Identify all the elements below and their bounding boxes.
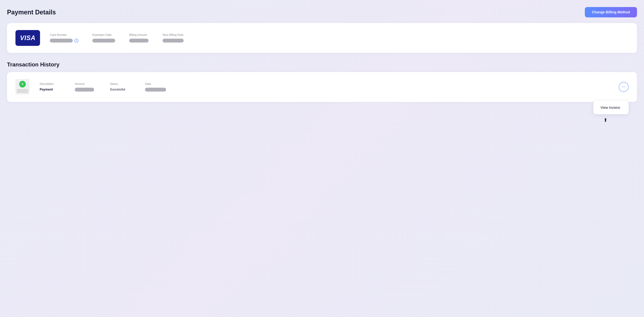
date-label: Date (145, 82, 166, 86)
transaction-fields: Description Payment Amount Status Succes… (40, 82, 610, 92)
receipt-line-1 (17, 89, 28, 90)
status-value: Successful (110, 88, 131, 91)
expiration-date-value-bar (92, 39, 115, 43)
cursor-arrow: ⬆ (604, 117, 608, 123)
billing-amount-field-group: Billing Amount (129, 33, 148, 43)
expiration-date-label: Expiration Date (92, 33, 115, 37)
amount-value-bar (75, 88, 94, 92)
card-number-info-icon[interactable]: i (74, 39, 78, 43)
next-billing-date-value-bar (162, 39, 184, 43)
transaction-dropdown-menu: View Invoice ⬆ (594, 101, 628, 114)
receipt-barcode-lines (17, 89, 28, 93)
billing-amount-value-bar (129, 39, 148, 43)
receipt-line-3 (17, 92, 28, 93)
card-number-field-group: Card Number i (50, 33, 78, 43)
status-label: Status (110, 82, 131, 86)
visa-text: VISA (20, 34, 36, 42)
transaction-row: + Description Payment Amount Status Suc (16, 79, 628, 95)
card-fields: Card Number i Expiration Date Billing Am… (50, 33, 628, 43)
description-label: Description (40, 82, 61, 86)
card-number-label: Card Number (50, 33, 78, 37)
next-billing-date-label: Next Billing Date (162, 33, 184, 37)
receipt-background: + (16, 79, 30, 95)
transaction-icon: + (16, 79, 31, 95)
billing-amount-label: Billing Amount (129, 33, 148, 37)
description-field-group: Description Payment (40, 82, 61, 91)
description-value: Payment (40, 88, 61, 91)
next-billing-date-field-group: Next Billing Date (162, 33, 184, 43)
expiration-date-field-group: Expiration Date (92, 33, 115, 43)
date-value-bar (145, 88, 166, 92)
date-field-group: Date (145, 82, 166, 92)
card-number-value-bar (50, 39, 73, 43)
view-invoice-button[interactable]: View Invoice (600, 105, 622, 111)
receipt-plus-icon: + (19, 81, 26, 88)
card-details-card: VISA Card Number i Expiration Date Billi… (7, 23, 637, 53)
transaction-options-button[interactable]: ··· (619, 82, 628, 92)
transaction-history-card: + Description Payment Amount Status Suc (7, 72, 637, 102)
page-header: Payment Details Change Billing Method (7, 7, 637, 18)
change-billing-button[interactable]: Change Billing Method (585, 7, 637, 18)
card-number-row: i (50, 39, 78, 43)
amount-field-group: Amount (75, 82, 96, 92)
status-field-group: Status Successful (110, 82, 131, 91)
transaction-history-title: Transaction History (7, 61, 637, 68)
receipt-line-2 (17, 91, 28, 91)
amount-label: Amount (75, 82, 96, 86)
visa-logo: VISA (16, 30, 40, 46)
page-title: Payment Details (7, 9, 56, 16)
